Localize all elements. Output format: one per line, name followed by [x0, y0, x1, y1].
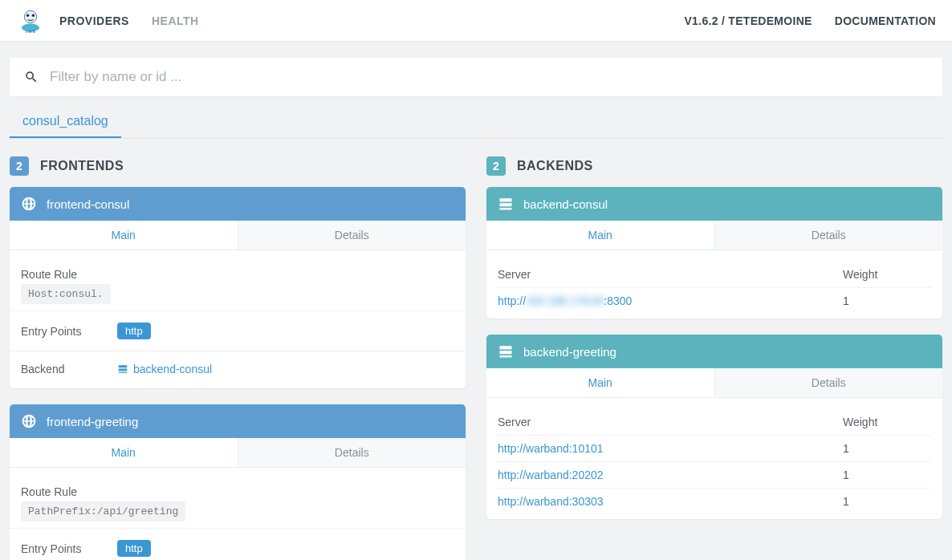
top-nav: træfik PROVIDERS HEALTH V1.6.2 / TETEDEM…	[0, 0, 952, 42]
server-stack-icon	[498, 343, 514, 359]
svg-point-2	[32, 14, 35, 16]
frontend-card: frontend-greeting Main Details Route Rul…	[10, 404, 466, 560]
svg-point-1	[26, 14, 29, 16]
frontend-card-name: frontend-consul	[47, 197, 129, 211]
weight-column-header: Weight	[843, 260, 931, 288]
server-weight: 1	[843, 462, 931, 489]
server-column-header: Server	[498, 408, 843, 436]
table-row: http://warband:30303 1	[498, 489, 931, 515]
backend-card-name: backend-consul	[523, 197, 608, 211]
table-row: http://warband:20202 1	[498, 462, 931, 489]
backends-column: 2 BACKENDS backend-consul Main Details	[486, 156, 942, 560]
entry-points-label: Entry Points	[21, 325, 117, 338]
server-weight: 1	[843, 436, 931, 462]
frontends-column: 2 FRONTENDS frontend-consul Main Details…	[10, 156, 466, 560]
servers-table: Server Weight http://192.168.178.00:8300…	[498, 260, 931, 314]
server-url-link[interactable]: http://warband:20202	[498, 469, 604, 481]
filter-input[interactable]	[50, 69, 928, 85]
table-row: http://192.168.178.00:8300 1	[498, 288, 931, 314]
backends-title: BACKENDS	[517, 159, 593, 173]
server-url-link[interactable]: http://192.168.178.00:8300	[498, 294, 632, 307]
frontend-tab-details[interactable]: Details	[238, 221, 466, 250]
globe-icon	[21, 196, 37, 212]
route-rule-label: Route Rule	[21, 485, 117, 498]
entry-point-pill: http	[117, 540, 151, 557]
filter-bar	[10, 58, 942, 96]
nav-health[interactable]: HEALTH	[152, 14, 199, 27]
backend-card: backend-greeting Main Details Server Wei…	[486, 335, 942, 519]
frontend-tab-main[interactable]: Main	[10, 438, 238, 468]
backend-link[interactable]: backend-consul	[117, 363, 212, 375]
route-rule-label: Route Rule	[21, 268, 117, 281]
route-rule-value: PathPrefix:/api/greeting	[21, 501, 185, 521]
backends-count-badge: 2	[486, 156, 506, 176]
traefik-logo: træfik	[16, 6, 45, 35]
frontends-count-badge: 2	[10, 156, 29, 176]
backend-card: backend-consul Main Details Server Weigh…	[486, 187, 942, 319]
nav-version[interactable]: V1.6.2 / TETEDEMOINE	[684, 14, 812, 27]
frontend-tab-details[interactable]: Details	[238, 438, 466, 468]
search-icon	[24, 70, 39, 84]
server-icon	[117, 363, 128, 375]
entry-points-label: Entry Points	[21, 542, 117, 555]
nav-documentation[interactable]: DOCUMENTATION	[835, 14, 936, 27]
backend-tab-main[interactable]: Main	[486, 221, 714, 250]
frontend-card: frontend-consul Main Details Route Rule …	[10, 187, 466, 388]
svg-text:træfik: træfik	[26, 29, 36, 34]
backend-tab-main[interactable]: Main	[486, 368, 714, 398]
backend-tab-details[interactable]: Details	[714, 368, 943, 398]
frontend-card-header: frontend-greeting	[10, 404, 466, 438]
server-weight: 1	[843, 489, 931, 515]
globe-icon	[21, 413, 37, 429]
server-url-link[interactable]: http://warband:10101	[498, 442, 604, 455]
provider-tab-consul-catalog[interactable]: consul_catalog	[10, 104, 121, 138]
entry-point-pill: http	[117, 323, 151, 339]
provider-tabs: consul_catalog	[10, 104, 942, 139]
servers-table: Server Weight http://warband:10101 1 htt…	[498, 408, 931, 514]
frontend-tab-main[interactable]: Main	[10, 221, 238, 250]
route-rule-value: Host:consul.	[21, 284, 111, 304]
frontend-card-header: frontend-consul	[10, 187, 466, 221]
backend-card-header: backend-consul	[486, 187, 942, 221]
weight-column-header: Weight	[843, 408, 931, 436]
server-weight: 1	[843, 288, 931, 314]
server-stack-icon	[498, 196, 514, 212]
backend-card-header: backend-greeting	[486, 335, 942, 368]
svg-point-0	[24, 10, 36, 22]
backend-tab-details[interactable]: Details	[714, 221, 943, 250]
server-url-link[interactable]: http://warband:30303	[498, 495, 604, 508]
backend-link-text: backend-consul	[133, 363, 212, 375]
frontend-card-name: frontend-greeting	[47, 415, 138, 428]
backend-label: Backend	[21, 363, 117, 375]
frontends-title: FRONTENDS	[40, 159, 124, 173]
table-row: http://warband:10101 1	[498, 436, 931, 462]
server-column-header: Server	[498, 260, 843, 288]
nav-providers[interactable]: PROVIDERS	[59, 14, 129, 27]
backend-card-name: backend-greeting	[523, 345, 616, 359]
